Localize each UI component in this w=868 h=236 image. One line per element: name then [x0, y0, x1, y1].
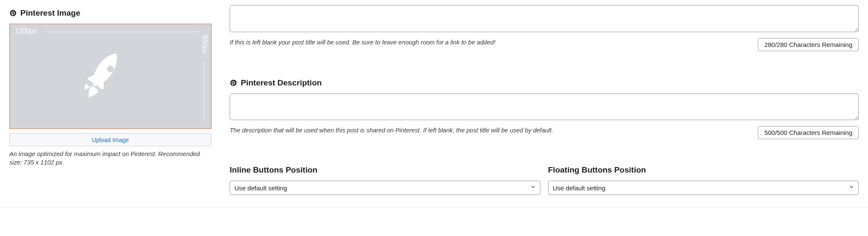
width-dim-label: 1200px [15, 27, 37, 35]
description-textarea[interactable] [230, 93, 859, 120]
image-placeholder[interactable]: 1200px 630px [9, 24, 211, 129]
pinterest-description-heading: Pinterest Description [230, 78, 859, 88]
upload-image-button-label: Upload Image [92, 137, 129, 143]
description-hint: The description that will be used when t… [230, 126, 553, 134]
height-dim-line [204, 61, 204, 121]
floating-buttons-heading: Floating Buttons Position [548, 165, 859, 175]
pinterest-icon [230, 79, 237, 87]
description-counter: 500/500 Characters Remaining [758, 126, 859, 139]
rocket-icon [76, 49, 131, 106]
title-hint: If this is left blank your post title wi… [230, 38, 495, 47]
inline-buttons-select[interactable]: Use default setting [230, 181, 540, 195]
width-dim-line [46, 32, 198, 32]
pinterest-image-heading-text: Pinterest Image [20, 8, 81, 18]
title-textarea[interactable] [230, 5, 859, 32]
floating-buttons-select[interactable]: Use default setting [548, 181, 859, 195]
pinterest-image-heading: Pinterest Image [9, 8, 213, 18]
height-dim-label: 630px [201, 35, 209, 54]
image-help-text: An image optimized for maximum impact on… [9, 150, 211, 167]
inline-buttons-heading: Inline Buttons Position [230, 165, 540, 175]
upload-image-button[interactable]: Upload Image [9, 133, 211, 146]
title-counter: 280/280 Characters Remaining [758, 38, 859, 51]
pinterest-icon [9, 9, 17, 17]
pinterest-description-heading-text: Pinterest Description [241, 78, 322, 88]
